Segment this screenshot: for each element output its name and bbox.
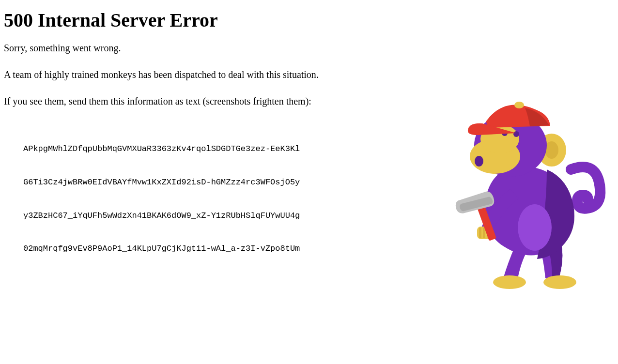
svg-point-1	[493, 275, 526, 289]
svg-point-0	[543, 275, 576, 289]
svg-point-2	[518, 204, 552, 251]
error-message-2: A team of highly trained monkeys has bee…	[4, 68, 614, 81]
error-message-1: Sorry, something went wrong.	[4, 42, 614, 55]
svg-rect-4	[479, 228, 481, 238]
monkey-illustration	[452, 94, 607, 298]
svg-point-16	[514, 102, 524, 108]
monkey-icon	[452, 94, 607, 298]
svg-point-9	[545, 141, 558, 159]
svg-point-14	[513, 131, 519, 137]
svg-point-15	[475, 156, 483, 167]
page-title: 500 Internal Server Error	[4, 10, 614, 31]
